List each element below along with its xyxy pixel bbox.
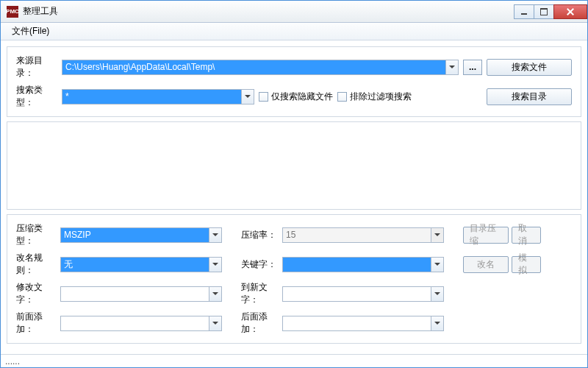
search-dirs-button[interactable]: 搜索目录 — [487, 88, 572, 105]
results-panel[interactable] — [7, 121, 581, 210]
chevron-down-icon[interactable] — [209, 258, 221, 272]
window-title: 整理工具 — [23, 5, 514, 18]
prefix-combo[interactable] — [60, 316, 222, 331]
chevron-down-icon — [431, 228, 443, 242]
modify-text-combo[interactable] — [60, 286, 222, 302]
suffix-input[interactable] — [282, 316, 444, 331]
prefix-label: 前面添加： — [16, 311, 57, 336]
dir-compress-button[interactable]: 目录压缩 — [463, 227, 509, 244]
search-files-button[interactable]: 搜索文件 — [487, 59, 572, 76]
rename-rule-value[interactable]: 无 — [60, 257, 222, 272]
to-new-text-label: 到新文字： — [241, 281, 279, 306]
compress-type-value[interactable]: MSZIP — [60, 227, 222, 243]
chevron-down-icon[interactable] — [241, 90, 254, 104]
menu-bar: 文件(File) — [1, 23, 587, 40]
compress-rate-value: 15 — [282, 227, 444, 243]
exclude-filter-label: 排除过滤项搜索 — [350, 91, 412, 103]
rename-rule-label: 改名规则： — [16, 252, 57, 277]
compress-type-label: 压缩类型： — [16, 222, 57, 247]
to-new-text-input[interactable] — [282, 286, 444, 302]
to-new-text-combo[interactable] — [282, 286, 444, 302]
minimize-button[interactable] — [514, 4, 534, 19]
suffix-label: 后面添加： — [241, 311, 279, 336]
compress-type-combo[interactable]: MSZIP — [60, 227, 222, 243]
chevron-down-icon[interactable] — [445, 60, 458, 74]
status-bar: ...... — [1, 354, 587, 367]
browse-button[interactable]: ... — [463, 60, 482, 75]
checkbox-icon — [259, 92, 268, 102]
source-dir-value[interactable]: C:\Users\Huang\AppData\Local\Temp\ — [62, 60, 459, 75]
actions-panel: 压缩类型： MSZIP 压缩率： 15 目录压缩 取消 改名规则： 无 — [7, 214, 581, 344]
chevron-down-icon[interactable] — [209, 228, 221, 242]
menu-file[interactable]: 文件(File) — [5, 22, 56, 40]
cancel-button[interactable]: 取消 — [512, 227, 541, 244]
checkbox-icon — [337, 92, 347, 102]
close-button[interactable] — [553, 4, 587, 19]
app-window: PMC 整理工具 文件(File) 来源目录： C:\Users\Huang\A… — [0, 0, 588, 368]
search-panel: 来源目录： C:\Users\Huang\AppData\Local\Temp\… — [7, 46, 581, 117]
source-dir-label: 来源目录： — [16, 54, 57, 79]
chevron-down-icon[interactable] — [209, 316, 221, 330]
status-text: ...... — [5, 356, 20, 367]
search-type-label: 搜索类型： — [16, 84, 57, 109]
rename-rule-combo[interactable]: 无 — [60, 257, 222, 272]
chevron-down-icon[interactable] — [209, 287, 221, 301]
keyword-combo[interactable] — [282, 257, 444, 272]
compress-rate-combo: 15 — [282, 227, 444, 243]
window-controls — [514, 4, 587, 19]
rename-button[interactable]: 改名 — [463, 256, 509, 273]
chevron-down-icon[interactable] — [431, 316, 443, 330]
exclude-filter-checkbox[interactable]: 排除过滤项搜索 — [337, 91, 412, 103]
maximize-button[interactable] — [534, 4, 554, 19]
simulate-button[interactable]: 模拟 — [512, 256, 541, 273]
modify-text-label: 修改文字： — [16, 281, 57, 306]
suffix-combo[interactable] — [282, 316, 444, 331]
only-hidden-checkbox[interactable]: 仅搜索隐藏文件 — [259, 91, 333, 103]
source-dir-combo[interactable]: C:\Users\Huang\AppData\Local\Temp\ — [62, 60, 459, 75]
keyword-label: 关键字： — [241, 258, 279, 271]
prefix-input[interactable] — [60, 316, 222, 331]
title-bar[interactable]: PMC 整理工具 — [1, 1, 587, 23]
search-type-value[interactable]: * — [62, 89, 254, 105]
search-type-combo[interactable]: * — [62, 89, 254, 105]
only-hidden-label: 仅搜索隐藏文件 — [271, 91, 333, 103]
client-area: 来源目录： C:\Users\Huang\AppData\Local\Temp\… — [1, 40, 587, 354]
chevron-down-icon[interactable] — [431, 287, 443, 301]
chevron-down-icon[interactable] — [431, 258, 443, 272]
compress-rate-label: 压缩率： — [241, 229, 279, 241]
app-icon: PMC — [7, 6, 18, 18]
keyword-input[interactable] — [282, 257, 444, 272]
modify-text-input[interactable] — [60, 286, 222, 302]
